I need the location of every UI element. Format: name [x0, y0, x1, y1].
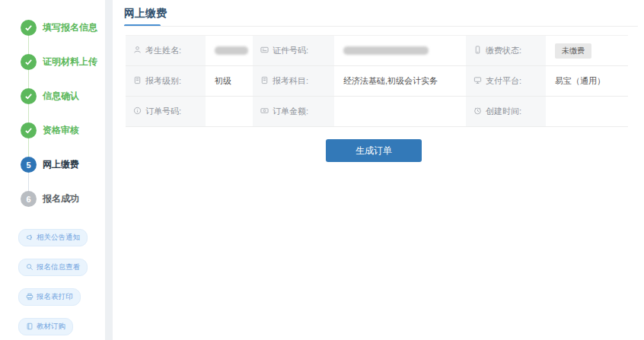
step-qualification-review: 资格审核	[21, 113, 97, 148]
order-number-label: 订单号码:	[126, 97, 206, 127]
banknote-icon	[260, 106, 269, 116]
candidate-name-label: 考生姓名:	[126, 36, 206, 66]
main-panel: 网上缴费 考生姓名: 证件号码:	[113, 0, 644, 340]
payment-status-label: 缴费状态:	[466, 36, 546, 66]
exam-subjects-value: 经济法基础,初级会计实务	[334, 66, 466, 97]
clock-icon	[473, 106, 482, 116]
check-icon	[21, 88, 37, 104]
info-circle-icon	[133, 106, 142, 116]
step-number: 6	[21, 191, 37, 207]
announcements-button[interactable]: 相关公告通知	[18, 229, 88, 246]
exam-level-label: 报考级别:	[126, 66, 206, 97]
monitor-icon	[473, 76, 482, 86]
label-text: 缴费状态:	[486, 45, 521, 56]
check-icon	[21, 54, 37, 70]
step-number: 5	[21, 157, 37, 173]
step-online-payment: 5 网上缴费	[21, 148, 97, 182]
redacted-name	[215, 46, 248, 55]
registration-stepper: 填写报名信息 证明材料上传 信息确认 资格审核 5	[21, 11, 97, 216]
candidate-name-value	[206, 36, 253, 66]
exam-level-value: 初级	[206, 66, 253, 97]
step-label: 填写报名信息	[43, 21, 97, 34]
megaphone-icon	[26, 234, 33, 243]
order-number-value	[206, 97, 253, 127]
status-badge: 未缴费	[555, 43, 591, 59]
page-title: 网上缴费	[124, 7, 167, 21]
redacted-id-number	[343, 46, 429, 55]
generate-order-button[interactable]: 生成订单	[326, 139, 422, 162]
label-text: 订单金额:	[273, 106, 308, 117]
label-text: 证件号码:	[273, 45, 308, 56]
id-number-value	[334, 36, 466, 66]
step-upload-materials: 证明材料上传	[21, 45, 97, 79]
mobile-icon	[473, 46, 482, 56]
print-registration-form-button[interactable]: 报名表打印	[18, 288, 81, 306]
label-text: 创建时间:	[486, 106, 521, 117]
book-icon	[26, 323, 33, 332]
vertical-divider	[105, 0, 113, 340]
label-text: 报考科目:	[273, 75, 308, 87]
quick-link-label: 教材订购	[37, 322, 65, 332]
page: 填写报名信息 证明材料上传 信息确认 资格审核 5	[0, 0, 644, 340]
step-registration-success: 6 报名成功	[21, 182, 97, 216]
step-fill-registration-info: 填写报名信息	[21, 11, 97, 45]
id-card-icon	[260, 46, 269, 56]
label-text: 订单号码:	[145, 106, 181, 117]
textbook-order-button[interactable]: 教材订购	[18, 318, 73, 335]
step-label: 报名成功	[43, 192, 79, 205]
document-icon	[133, 76, 142, 86]
search-icon	[26, 263, 33, 272]
step-label: 网上缴费	[43, 158, 79, 171]
creation-time-value	[546, 97, 628, 127]
label-text: 支付平台:	[486, 75, 521, 87]
check-icon	[21, 122, 37, 138]
step-info-confirm: 信息确认	[21, 79, 97, 113]
quick-link-label: 相关公告通知	[37, 233, 80, 243]
payment-status-value: 未缴费	[546, 36, 628, 66]
step-label: 资格审核	[43, 124, 79, 137]
quick-link-label: 报名表打印	[37, 292, 73, 302]
label-text: 报考级别:	[145, 75, 181, 87]
step-label: 信息确认	[43, 90, 79, 103]
quick-links: 相关公告通知 报名信息查看 报名表打印 教材订购	[18, 229, 88, 335]
printer-icon	[26, 293, 33, 302]
step-label: 证明材料上传	[43, 56, 97, 68]
payment-info-table: 考生姓名: 证件号码: 缴费状态: 未缴费	[126, 35, 628, 127]
check-icon	[21, 20, 37, 36]
payment-platform-value: 易宝（通用）	[546, 66, 628, 97]
payment-platform-label: 支付平台:	[466, 66, 546, 97]
view-registration-info-button[interactable]: 报名信息查看	[18, 259, 88, 276]
order-amount-value	[334, 97, 466, 127]
header-divider	[124, 26, 638, 27]
label-text: 考生姓名:	[145, 45, 181, 56]
order-amount-label: 订单金额:	[253, 97, 334, 127]
id-number-label: 证件号码:	[253, 36, 334, 66]
document-icon	[260, 76, 269, 86]
quick-link-label: 报名信息查看	[37, 262, 80, 272]
exam-subjects-label: 报考科目:	[253, 66, 334, 97]
sidebar: 填写报名信息 证明材料上传 信息确认 资格审核 5	[0, 0, 105, 340]
creation-time-label: 创建时间:	[466, 97, 546, 127]
user-icon	[133, 46, 142, 56]
